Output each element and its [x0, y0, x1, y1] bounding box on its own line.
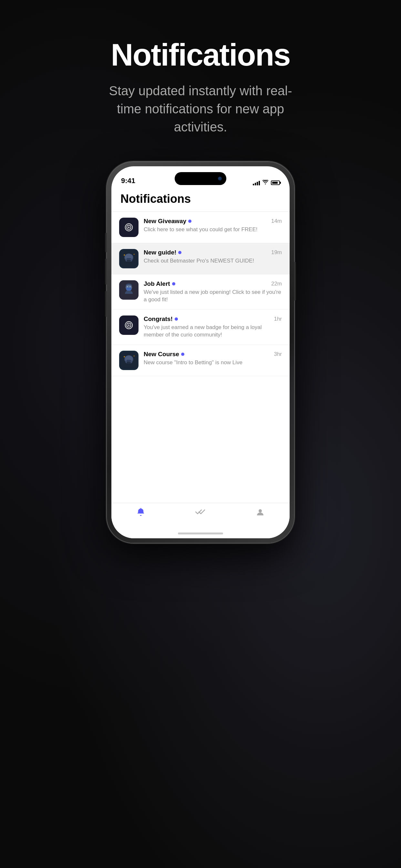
- notification-dot-5: [181, 352, 184, 356]
- notification-dot-1: [188, 220, 191, 223]
- svg-rect-12: [127, 258, 131, 259]
- person-tab-icon: [256, 507, 265, 517]
- battery-fill: [272, 182, 278, 184]
- double-check-icon: [195, 507, 206, 516]
- notification-title-row-4: Congrats! 1hr: [144, 315, 282, 322]
- notification-title-row-2: New guide! 19m: [144, 249, 282, 256]
- volume-mute-button: [105, 233, 107, 252]
- notification-icon-curio-1: [119, 218, 138, 237]
- notification-title-group-5: New Course: [144, 351, 184, 358]
- notification-title-row-5: New Course 3hr: [144, 351, 282, 358]
- signal-bar-3: [257, 182, 258, 185]
- tab-feed[interactable]: [188, 507, 213, 516]
- notification-item-2[interactable]: ★ ★ New guide! 19m Check out Betmast: [112, 243, 289, 275]
- svg-rect-16: [127, 260, 131, 261]
- svg-rect-41: [127, 362, 131, 363]
- svg-point-45: [258, 509, 262, 513]
- battery-icon: [271, 181, 280, 185]
- notification-desc-5: New course "Intro to Betting" is now Liv…: [144, 359, 282, 367]
- notification-desc-4: You've just earned a new badge for being…: [144, 324, 282, 339]
- notification-title-row-1: New Giveaway 14m: [144, 218, 282, 225]
- svg-text:★: ★: [123, 254, 125, 256]
- notification-title-group-2: New guide!: [144, 249, 181, 256]
- notification-dot-3: [172, 282, 175, 285]
- home-indicator: [178, 532, 223, 534]
- status-time: 9:41: [121, 177, 135, 186]
- notification-title-4: Congrats!: [144, 315, 173, 322]
- notification-body-1: New Giveaway 14m Click here to see what …: [144, 218, 282, 234]
- power-button: [294, 262, 296, 301]
- svg-text:★: ★: [123, 355, 125, 358]
- phone-screen: 9:41: [112, 166, 289, 538]
- notification-dot-4: [175, 317, 178, 321]
- volume-down-button: [105, 291, 107, 317]
- page-header: Notifications Stay updated instantly wit…: [88, 39, 313, 136]
- notification-title-1: New Giveaway: [144, 218, 186, 225]
- bell-icon: [136, 507, 145, 517]
- dynamic-island: [175, 172, 226, 185]
- curio-logo-svg-2: [123, 319, 135, 331]
- notification-desc-2: Check out Betmaster Pro's NEWEST GUIDE!: [144, 257, 282, 265]
- notification-item-1[interactable]: New Giveaway 14m Click here to see what …: [112, 212, 289, 243]
- notification-body-2: New guide! 19m Check out Betmaster Pro's…: [144, 249, 282, 265]
- notification-title-2: New guide!: [144, 249, 176, 256]
- notification-icon-betmaster-1: ★ ★: [119, 249, 138, 268]
- svg-rect-37: [127, 360, 131, 361]
- svg-rect-21: [126, 287, 131, 290]
- betmaster-logo-svg-2: ★ ★: [120, 352, 137, 369]
- notification-item-5[interactable]: ★ ★ New Course 3hr New course "Intro: [112, 345, 289, 376]
- notification-body-4: Congrats! 1hr You've just earned a new b…: [144, 315, 282, 339]
- svg-point-23: [127, 286, 128, 287]
- tab-notifications[interactable]: [128, 507, 153, 517]
- volume-up-button: [105, 259, 107, 284]
- notification-time-4: 1hr: [274, 316, 282, 322]
- notification-title-group-4: Congrats!: [144, 315, 178, 322]
- notification-desc-1: Click here to see what you could get for…: [144, 226, 282, 234]
- notification-time-2: 19m: [271, 249, 282, 256]
- svg-point-24: [129, 286, 131, 287]
- screen-content: Notifications: [112, 166, 289, 538]
- notification-title-5: New Course: [144, 351, 179, 358]
- signal-bar-1: [253, 184, 254, 185]
- notification-icon-curio-2: [119, 315, 138, 335]
- page-subtitle: Stay updated instantly with real-time no…: [88, 82, 313, 136]
- notification-time-5: 3hr: [274, 351, 282, 358]
- signal-bar-4: [258, 181, 260, 185]
- svg-rect-44: [141, 508, 141, 509]
- betmaster-logo-svg-1: ★ ★: [120, 250, 137, 267]
- notification-dot-2: [178, 251, 181, 254]
- signal-bar-2: [255, 183, 256, 185]
- notification-title-3: Job Alert: [144, 280, 170, 287]
- notification-body-5: New Course 3hr New course "Intro to Bett…: [144, 351, 282, 367]
- notification-time-3: 22m: [271, 281, 282, 287]
- notification-body-3: Job Alert 22m We've just listed a new jo…: [144, 280, 282, 304]
- notification-title-row-3: Job Alert 22m: [144, 280, 282, 287]
- notification-item-4[interactable]: Congrats! 1hr You've just earned a new b…: [112, 310, 289, 345]
- wifi-icon: [263, 180, 268, 186]
- page-title: Notifications: [88, 39, 313, 71]
- notification-desc-3: We've just listed a new job opening! Cli…: [144, 289, 282, 304]
- notification-list: New Giveaway 14m Click here to see what …: [112, 212, 289, 538]
- status-icons: [253, 180, 280, 186]
- notification-title-group-3: Job Alert: [144, 280, 175, 287]
- notification-time-1: 14m: [271, 218, 282, 224]
- notification-icon-person: [119, 280, 138, 300]
- notification-item-3[interactable]: Job Alert 22m We've just listed a new jo…: [112, 275, 289, 310]
- notification-title-group-1: New Giveaway: [144, 218, 191, 225]
- signal-icon: [253, 180, 260, 185]
- tab-profile[interactable]: [248, 507, 273, 517]
- curio-logo-svg: [123, 221, 135, 234]
- notification-icon-betmaster-2: ★ ★: [119, 351, 138, 370]
- phone-frame: 9:41: [107, 162, 294, 543]
- person-icon-svg: [119, 280, 138, 300]
- front-camera: [218, 177, 222, 181]
